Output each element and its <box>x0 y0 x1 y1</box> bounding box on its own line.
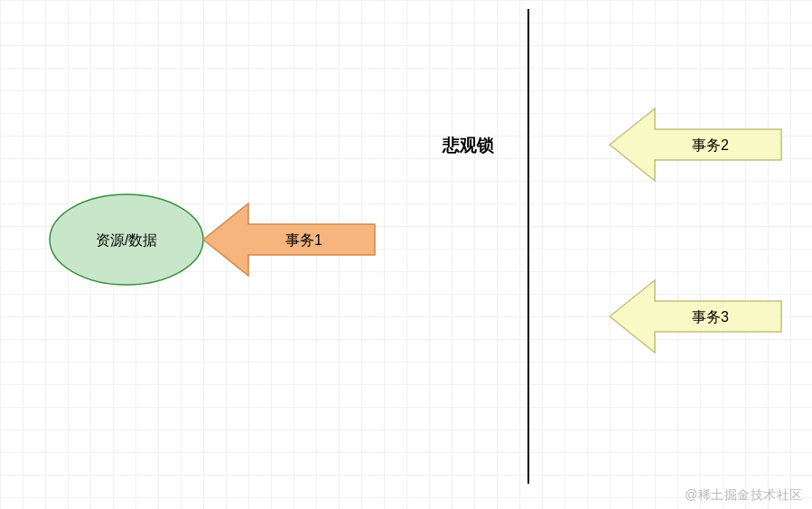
watermark-text: @稀土掘金技术社区 <box>685 487 803 504</box>
resource-label: 资源/数据 <box>96 231 157 250</box>
title-label: 悲观锁 <box>443 134 494 157</box>
arrow1-label: 事务1 <box>285 231 322 250</box>
arrow3-label: 事务3 <box>692 308 729 327</box>
diagram-canvas: 悲观锁 资源/数据 事务1 事务2 事务3 @稀土掘金技术社区 <box>0 0 812 509</box>
arrow2-label: 事务2 <box>692 137 729 156</box>
diagram-svg <box>0 0 812 509</box>
